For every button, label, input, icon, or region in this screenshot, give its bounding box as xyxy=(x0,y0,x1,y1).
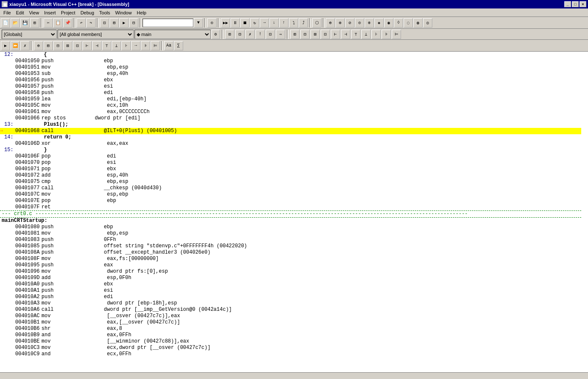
menu-help[interactable]: Help xyxy=(134,9,149,16)
asm-line[interactable]: 00401077call __chkesp (0040d430) xyxy=(0,185,581,191)
asm-line[interactable]: mainCRTStartup: xyxy=(0,218,581,224)
paste-btn[interactable]: 📌 xyxy=(63,18,72,28)
asm-line[interactable]: 0040106Dxor eax,eax xyxy=(0,141,581,147)
asm-line[interactable]: 00401096mov dword ptr fs:[0],esp xyxy=(0,268,581,275)
tb8c[interactable]: ⊘ xyxy=(345,18,354,28)
dd-btn11[interactable]: ⊢ xyxy=(331,30,340,39)
disassembly-view[interactable]: 12: { 00401050push ebp 00401051mov ebp,e… xyxy=(0,52,588,372)
asm-line[interactable]: 00401057push esi xyxy=(0,83,581,90)
t2-btn15[interactable]: ⊧ xyxy=(141,41,150,50)
undo-btn[interactable]: ↶ xyxy=(77,18,86,28)
t2-btn16[interactable]: ⊨ xyxy=(151,41,160,50)
asm-line[interactable]: 0040108Apush offset __except_handler3 (0… xyxy=(0,249,581,256)
asm-line[interactable]: 00401066rep stos dword ptr [edi] xyxy=(0,115,581,122)
menu-edit[interactable]: Edit xyxy=(14,9,27,16)
tb3a[interactable]: ⊡ xyxy=(100,18,109,28)
new-btn[interactable]: 📄 xyxy=(1,18,10,28)
asm-line[interactable]: 12: { xyxy=(0,52,581,58)
dropdown-settings-btn[interactable]: ⚙ xyxy=(212,30,220,39)
dd-btn2[interactable]: ⊟ xyxy=(235,30,245,39)
asm-line[interactable]: 00401083push 0FFh xyxy=(0,237,581,243)
asm-line[interactable]: 00401071pop ebx xyxy=(0,166,581,172)
t2-btn6[interactable]: ⊟ xyxy=(53,41,63,50)
asm-line[interactable]: 0040107Cmov esp,ebp xyxy=(0,191,581,198)
asm-line[interactable]: 00401070pop esi xyxy=(0,160,581,166)
copy-btn[interactable]: 📋 xyxy=(53,18,63,28)
redo-btn[interactable]: ↷ xyxy=(86,18,96,28)
menu-debug[interactable]: Debug xyxy=(78,9,96,16)
tb8g[interactable]: ◉ xyxy=(384,18,393,28)
asm-line[interactable]: 0040108Fmov eax,fs:[00000000] xyxy=(0,256,581,262)
asm-line[interactable]: 00401056push ebx xyxy=(0,77,581,83)
dd-btn12[interactable]: ⊣ xyxy=(341,30,350,39)
t2-btn18[interactable]: ∑ xyxy=(174,41,183,50)
t2-btn8[interactable]: ⊡ xyxy=(73,41,82,50)
build-config-input[interactable] xyxy=(143,19,193,27)
scope-dropdown[interactable]: [Globals] xyxy=(2,30,57,39)
asm-line[interactable]: 15: } xyxy=(0,147,581,153)
asm-line[interactable]: 00401051mov ebp,esp xyxy=(0,64,581,71)
dd-btn17[interactable]: ⊨ xyxy=(392,30,401,39)
asm-line[interactable]: 00401053sub esp,40h xyxy=(0,71,581,77)
tb8d[interactable]: ⊙ xyxy=(355,18,364,28)
dd-btn15[interactable]: ⊦ xyxy=(371,30,381,39)
tb5a[interactable]: ⊙ xyxy=(207,18,217,28)
save-btn[interactable]: 💾 xyxy=(20,18,30,28)
tb6d[interactable]: ↻ xyxy=(250,18,259,28)
asm-line[interactable]: 004010A3mov dword ptr [ebp-18h],esp xyxy=(0,300,581,307)
t2-btn3[interactable]: ✗ xyxy=(20,41,30,50)
dd-btn13[interactable]: ⊤ xyxy=(351,30,360,39)
dd-btn3[interactable]: ✗ xyxy=(245,30,255,39)
dd-btn14[interactable]: ⊥ xyxy=(361,30,371,39)
tb6i[interactable]: ⤴ xyxy=(299,18,308,28)
asm-line[interactable]: 004010C9and ecx,0FFh xyxy=(0,351,581,357)
tb8f[interactable]: ◈ xyxy=(374,18,384,28)
t2-btn11[interactable]: ⊤ xyxy=(102,41,111,50)
asm-line[interactable]: 0040106Fpop edi xyxy=(0,153,581,160)
dd-btn8[interactable]: ⊟ xyxy=(300,30,310,39)
minimize-button[interactable]: _ xyxy=(564,1,571,7)
t2-btn13[interactable]: ⊦ xyxy=(121,41,131,50)
dd-btn1[interactable]: ⊞ xyxy=(225,30,234,39)
dd-btn9[interactable]: ⊠ xyxy=(310,30,320,39)
asm-line[interactable]: 00401095push eax xyxy=(0,262,581,268)
tb8i[interactable]: ◌ xyxy=(404,18,413,28)
asm-line[interactable]: 0040105Cmov ecx,10h xyxy=(0,102,581,109)
asm-line[interactable]: 004010A0push ebx xyxy=(0,281,581,288)
t2-btn10[interactable]: ⊣ xyxy=(92,41,102,50)
save-all-btn[interactable]: ⊞ xyxy=(30,18,39,28)
asm-line[interactable]: 004010B1mov eax,[__osver (00427c7c)] xyxy=(0,319,581,326)
tb3c[interactable]: ▶ xyxy=(119,18,129,28)
tb6h[interactable]: ⤵ xyxy=(289,18,298,28)
menu-insert[interactable]: Insert xyxy=(41,9,58,16)
tb3b[interactable]: ⊞ xyxy=(110,18,119,28)
asm-line[interactable]: 004010C3mov ecx,dword ptr [__osver (0042… xyxy=(0,345,581,351)
tb6e[interactable]: → xyxy=(260,18,269,28)
menu-tools[interactable]: Tools xyxy=(97,9,113,16)
tb8j[interactable]: ◍ xyxy=(413,18,423,28)
dd-btn10[interactable]: ⊡ xyxy=(321,30,330,39)
dd-btn16[interactable]: ⊧ xyxy=(382,30,391,39)
tb3d[interactable]: ⊟ xyxy=(129,18,138,28)
asm-line[interactable]: 00401050push ebp xyxy=(0,58,581,64)
dd-btn4[interactable]: ! xyxy=(256,30,265,39)
dd-btn7[interactable]: ⊞ xyxy=(290,30,299,39)
asm-line[interactable]: 14: return 0; xyxy=(0,134,581,141)
asm-line[interactable]: 0040107Fret xyxy=(0,204,581,210)
tb8a[interactable]: ⊕ xyxy=(326,18,335,28)
asm-line[interactable]: 004010B9and eax,0FFh xyxy=(0,332,581,338)
asm-line[interactable]: 00401059lea edi,[ebp-40h] xyxy=(0,96,581,102)
close-button[interactable]: × xyxy=(580,1,586,7)
menu-project[interactable]: Project xyxy=(58,9,78,16)
asm-line[interactable]: 004010A6call dword ptr [__imp__GetVersio… xyxy=(0,307,581,313)
dd-btn6[interactable]: ⇒ xyxy=(276,30,285,39)
menu-window[interactable]: Window xyxy=(113,9,134,16)
asm-line[interactable]: 0040109Dadd esp,0F0h xyxy=(0,275,581,281)
t2-btn1[interactable]: ▶ xyxy=(1,41,10,50)
asm-line[interactable]: 13: Plus1(); xyxy=(0,122,581,128)
asm-line[interactable]: 00401081mov ebp,esp xyxy=(0,230,581,237)
tb8k[interactable]: ◎ xyxy=(423,18,432,28)
t2-btn9[interactable]: ⊢ xyxy=(82,41,92,50)
t2-btn14[interactable]: → xyxy=(131,41,140,50)
t2-btn4[interactable]: ⊕ xyxy=(34,41,43,50)
